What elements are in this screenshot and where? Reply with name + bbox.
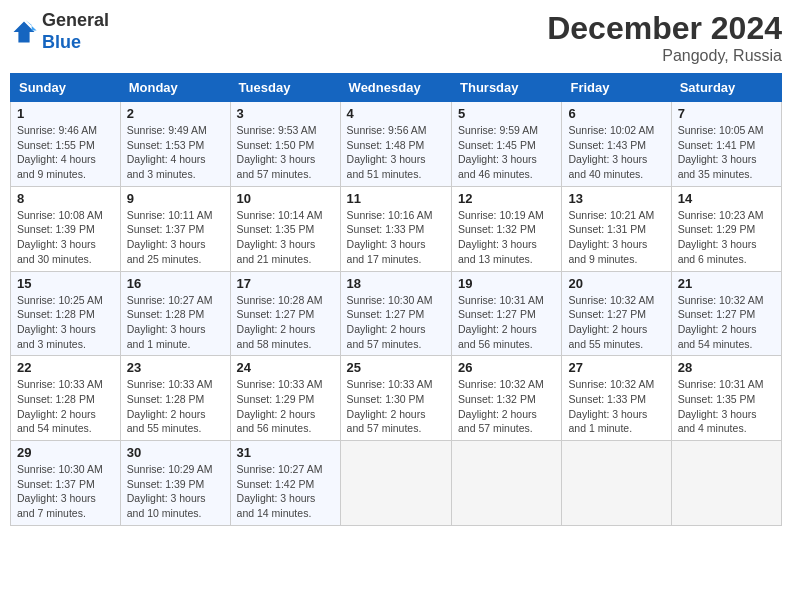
table-row: 16Sunrise: 10:27 AM Sunset: 1:28 PM Dayl…: [120, 271, 230, 356]
table-row: 27Sunrise: 10:32 AM Sunset: 1:33 PM Dayl…: [562, 356, 671, 441]
table-row: 23Sunrise: 10:33 AM Sunset: 1:28 PM Dayl…: [120, 356, 230, 441]
table-row: 17Sunrise: 10:28 AM Sunset: 1:27 PM Dayl…: [230, 271, 340, 356]
table-row: 8Sunrise: 10:08 AM Sunset: 1:39 PM Dayli…: [11, 186, 121, 271]
cell-info: Sunrise: 9:53 AM Sunset: 1:50 PM Dayligh…: [237, 123, 334, 182]
cell-day-number: 5: [458, 106, 555, 121]
title-area: December 2024 Pangody, Russia: [547, 10, 782, 65]
cell-day-number: 25: [347, 360, 445, 375]
cell-day-number: 7: [678, 106, 775, 121]
cell-day-number: 6: [568, 106, 664, 121]
table-row: 15Sunrise: 10:25 AM Sunset: 1:28 PM Dayl…: [11, 271, 121, 356]
table-row: [452, 441, 562, 526]
logo-blue: Blue: [42, 32, 81, 52]
table-row: 3Sunrise: 9:53 AM Sunset: 1:50 PM Daylig…: [230, 102, 340, 187]
cell-day-number: 13: [568, 191, 664, 206]
cell-day-number: 30: [127, 445, 224, 460]
table-row: [340, 441, 451, 526]
cell-info: Sunrise: 9:56 AM Sunset: 1:48 PM Dayligh…: [347, 123, 445, 182]
cell-info: Sunrise: 10:33 AM Sunset: 1:28 PM Daylig…: [17, 377, 114, 436]
cell-day-number: 20: [568, 276, 664, 291]
cell-info: Sunrise: 10:27 AM Sunset: 1:28 PM Daylig…: [127, 293, 224, 352]
logo: General Blue: [10, 10, 109, 53]
table-row: [562, 441, 671, 526]
cell-info: Sunrise: 9:46 AM Sunset: 1:55 PM Dayligh…: [17, 123, 114, 182]
table-row: 31Sunrise: 10:27 AM Sunset: 1:42 PM Dayl…: [230, 441, 340, 526]
table-row: 5Sunrise: 9:59 AM Sunset: 1:45 PM Daylig…: [452, 102, 562, 187]
cell-day-number: 10: [237, 191, 334, 206]
table-row: 10Sunrise: 10:14 AM Sunset: 1:35 PM Dayl…: [230, 186, 340, 271]
table-row: 4Sunrise: 9:56 AM Sunset: 1:48 PM Daylig…: [340, 102, 451, 187]
logo-general: General: [42, 10, 109, 30]
table-row: 24Sunrise: 10:33 AM Sunset: 1:29 PM Dayl…: [230, 356, 340, 441]
cell-info: Sunrise: 10:33 AM Sunset: 1:30 PM Daylig…: [347, 377, 445, 436]
cell-info: Sunrise: 10:21 AM Sunset: 1:31 PM Daylig…: [568, 208, 664, 267]
svg-marker-0: [14, 21, 35, 42]
cell-day-number: 18: [347, 276, 445, 291]
cell-day-number: 4: [347, 106, 445, 121]
cell-day-number: 15: [17, 276, 114, 291]
cell-info: Sunrise: 10:33 AM Sunset: 1:29 PM Daylig…: [237, 377, 334, 436]
cell-info: Sunrise: 10:32 AM Sunset: 1:27 PM Daylig…: [678, 293, 775, 352]
table-row: 26Sunrise: 10:32 AM Sunset: 1:32 PM Dayl…: [452, 356, 562, 441]
table-row: [671, 441, 781, 526]
cell-day-number: 21: [678, 276, 775, 291]
table-row: 20Sunrise: 10:32 AM Sunset: 1:27 PM Dayl…: [562, 271, 671, 356]
cell-info: Sunrise: 10:05 AM Sunset: 1:41 PM Daylig…: [678, 123, 775, 182]
table-row: 30Sunrise: 10:29 AM Sunset: 1:39 PM Dayl…: [120, 441, 230, 526]
cell-day-number: 1: [17, 106, 114, 121]
logo-icon: [10, 18, 38, 46]
cell-day-number: 29: [17, 445, 114, 460]
table-row: 29Sunrise: 10:30 AM Sunset: 1:37 PM Dayl…: [11, 441, 121, 526]
cell-info: Sunrise: 10:25 AM Sunset: 1:28 PM Daylig…: [17, 293, 114, 352]
cell-day-number: 22: [17, 360, 114, 375]
cell-info: Sunrise: 10:29 AM Sunset: 1:39 PM Daylig…: [127, 462, 224, 521]
table-row: 21Sunrise: 10:32 AM Sunset: 1:27 PM Dayl…: [671, 271, 781, 356]
cell-info: Sunrise: 10:31 AM Sunset: 1:35 PM Daylig…: [678, 377, 775, 436]
cell-day-number: 24: [237, 360, 334, 375]
cell-day-number: 17: [237, 276, 334, 291]
logo-text: General Blue: [42, 10, 109, 53]
cell-day-number: 3: [237, 106, 334, 121]
table-row: 13Sunrise: 10:21 AM Sunset: 1:31 PM Dayl…: [562, 186, 671, 271]
cell-info: Sunrise: 10:14 AM Sunset: 1:35 PM Daylig…: [237, 208, 334, 267]
day-header-sunday: Sunday: [11, 74, 121, 102]
cell-info: Sunrise: 10:16 AM Sunset: 1:33 PM Daylig…: [347, 208, 445, 267]
cell-info: Sunrise: 10:31 AM Sunset: 1:27 PM Daylig…: [458, 293, 555, 352]
cell-day-number: 19: [458, 276, 555, 291]
day-header-saturday: Saturday: [671, 74, 781, 102]
cell-info: Sunrise: 10:30 AM Sunset: 1:37 PM Daylig…: [17, 462, 114, 521]
table-row: 12Sunrise: 10:19 AM Sunset: 1:32 PM Dayl…: [452, 186, 562, 271]
day-header-wednesday: Wednesday: [340, 74, 451, 102]
cell-day-number: 26: [458, 360, 555, 375]
cell-info: Sunrise: 10:30 AM Sunset: 1:27 PM Daylig…: [347, 293, 445, 352]
table-row: 11Sunrise: 10:16 AM Sunset: 1:33 PM Dayl…: [340, 186, 451, 271]
cell-info: Sunrise: 10:27 AM Sunset: 1:42 PM Daylig…: [237, 462, 334, 521]
cell-info: Sunrise: 10:32 AM Sunset: 1:33 PM Daylig…: [568, 377, 664, 436]
cell-day-number: 31: [237, 445, 334, 460]
cell-info: Sunrise: 10:32 AM Sunset: 1:27 PM Daylig…: [568, 293, 664, 352]
table-row: 25Sunrise: 10:33 AM Sunset: 1:30 PM Dayl…: [340, 356, 451, 441]
calendar: SundayMondayTuesdayWednesdayThursdayFrid…: [10, 73, 782, 526]
cell-info: Sunrise: 10:23 AM Sunset: 1:29 PM Daylig…: [678, 208, 775, 267]
table-row: 6Sunrise: 10:02 AM Sunset: 1:43 PM Dayli…: [562, 102, 671, 187]
cell-day-number: 14: [678, 191, 775, 206]
cell-day-number: 12: [458, 191, 555, 206]
header: General Blue December 2024 Pangody, Russ…: [10, 10, 782, 65]
day-header-monday: Monday: [120, 74, 230, 102]
table-row: 28Sunrise: 10:31 AM Sunset: 1:35 PM Dayl…: [671, 356, 781, 441]
cell-day-number: 8: [17, 191, 114, 206]
day-header-thursday: Thursday: [452, 74, 562, 102]
cell-day-number: 28: [678, 360, 775, 375]
table-row: 1Sunrise: 9:46 AM Sunset: 1:55 PM Daylig…: [11, 102, 121, 187]
cell-info: Sunrise: 9:49 AM Sunset: 1:53 PM Dayligh…: [127, 123, 224, 182]
cell-day-number: 2: [127, 106, 224, 121]
table-row: 2Sunrise: 9:49 AM Sunset: 1:53 PM Daylig…: [120, 102, 230, 187]
table-row: 14Sunrise: 10:23 AM Sunset: 1:29 PM Dayl…: [671, 186, 781, 271]
table-row: 19Sunrise: 10:31 AM Sunset: 1:27 PM Dayl…: [452, 271, 562, 356]
cell-info: Sunrise: 10:02 AM Sunset: 1:43 PM Daylig…: [568, 123, 664, 182]
cell-info: Sunrise: 10:19 AM Sunset: 1:32 PM Daylig…: [458, 208, 555, 267]
cell-day-number: 27: [568, 360, 664, 375]
cell-day-number: 16: [127, 276, 224, 291]
table-row: 9Sunrise: 10:11 AM Sunset: 1:37 PM Dayli…: [120, 186, 230, 271]
cell-info: Sunrise: 10:32 AM Sunset: 1:32 PM Daylig…: [458, 377, 555, 436]
